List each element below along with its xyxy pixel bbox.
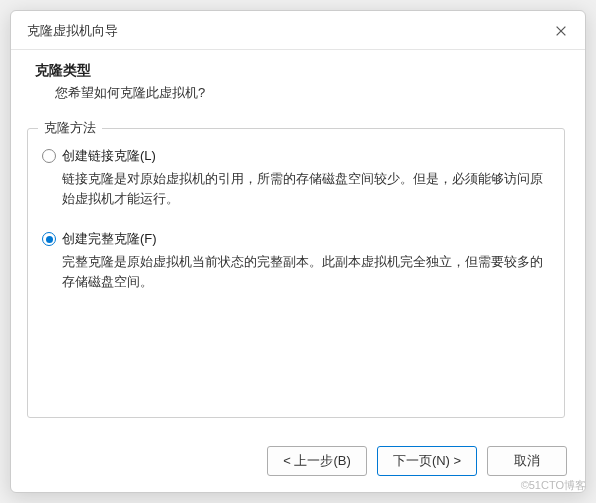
radio-description: 链接克隆是对原始虚拟机的引用，所需的存储磁盘空间较少。但是，必须能够访问原始虚拟… — [42, 169, 550, 208]
page-title: 克隆类型 — [35, 62, 561, 80]
next-button[interactable]: 下一页(N) > — [377, 446, 477, 476]
radio-icon — [42, 149, 56, 163]
radio-dot-icon — [46, 236, 53, 243]
dialog-title: 克隆虚拟机向导 — [27, 22, 118, 40]
radio-full-clone[interactable]: 创建完整克隆(F) — [42, 230, 550, 248]
clone-wizard-dialog: 克隆虚拟机向导 克隆类型 您希望如何克隆此虚拟机? 克隆方法 创建链接克隆(L)… — [10, 10, 586, 493]
header-section: 克隆类型 您希望如何克隆此虚拟机? — [11, 50, 585, 116]
titlebar: 克隆虚拟机向导 — [11, 11, 585, 50]
footer: < 上一步(B) 下一页(N) > 取消 — [11, 434, 585, 492]
radio-linked-clone[interactable]: 创建链接克隆(L) — [42, 147, 550, 165]
group-label: 克隆方法 — [38, 119, 102, 137]
clone-method-group: 克隆方法 创建链接克隆(L) 链接克隆是对原始虚拟机的引用，所需的存储磁盘空间较… — [27, 128, 565, 418]
back-button[interactable]: < 上一步(B) — [267, 446, 367, 476]
close-icon — [554, 24, 568, 38]
radio-icon — [42, 232, 56, 246]
radio-description: 完整克隆是原始虚拟机当前状态的完整副本。此副本虚拟机完全独立，但需要较多的存储磁… — [42, 252, 550, 291]
radio-option-full: 创建完整克隆(F) 完整克隆是原始虚拟机当前状态的完整副本。此副本虚拟机完全独立… — [42, 230, 550, 291]
close-button[interactable] — [551, 21, 571, 41]
radio-option-linked: 创建链接克隆(L) 链接克隆是对原始虚拟机的引用，所需的存储磁盘空间较少。但是，… — [42, 147, 550, 208]
cancel-button[interactable]: 取消 — [487, 446, 567, 476]
radio-label: 创建完整克隆(F) — [62, 230, 157, 248]
radio-label: 创建链接克隆(L) — [62, 147, 156, 165]
content-area: 克隆方法 创建链接克隆(L) 链接克隆是对原始虚拟机的引用，所需的存储磁盘空间较… — [11, 116, 585, 434]
watermark: ©51CTO博客 — [521, 478, 586, 493]
page-subtitle: 您希望如何克隆此虚拟机? — [35, 84, 561, 102]
